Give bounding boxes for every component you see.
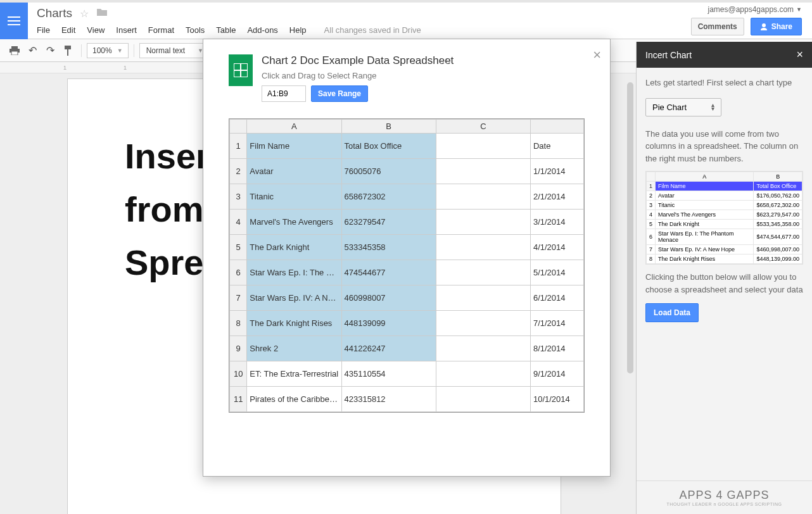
cell[interactable]: 441226247	[341, 336, 436, 361]
zoom-selector[interactable]: 100% ▼	[87, 43, 129, 58]
cell[interactable]: 76005076	[341, 159, 436, 184]
table-row[interactable]: 11Pirates of the Caribbea…42331581210/1/…	[230, 387, 584, 412]
cell[interactable]: Star Wars Ep. I: The P…	[247, 260, 341, 285]
cell[interactable]	[436, 235, 530, 260]
menu-insert[interactable]: Insert	[116, 25, 137, 35]
cell[interactable]	[436, 361, 530, 387]
cell[interactable]: Film Name	[247, 134, 341, 159]
cell[interactable]: 658672302	[341, 184, 436, 210]
redo-icon[interactable]: ↷	[42, 42, 58, 59]
col-header[interactable]	[530, 120, 583, 134]
comments-button[interactable]: Comments	[691, 18, 744, 35]
row-number[interactable]: 7	[230, 285, 247, 311]
cell[interactable]	[436, 159, 530, 184]
table-row[interactable]: 7Star Wars Ep. IV: A Ne…4609980076/1/201…	[230, 285, 584, 311]
save-range-button[interactable]: Save Range	[311, 85, 368, 102]
cell[interactable]: 533345358	[341, 235, 436, 260]
style-selector[interactable]: Normal text ▼	[139, 43, 210, 58]
paint-format-icon[interactable]	[60, 42, 76, 59]
table-row[interactable]: 6Star Wars Ep. I: The P…4745446775/1/201…	[230, 260, 584, 285]
docs-logo[interactable]	[0, 3, 28, 39]
table-row[interactable]: 1Film NameTotal Box OfficeDate	[230, 134, 584, 159]
menu-tools[interactable]: Tools	[186, 25, 205, 35]
table-row[interactable]: 5The Dark Knight5333453584/1/2014	[230, 235, 584, 260]
cell[interactable]: 435110554	[341, 361, 436, 387]
undo-icon[interactable]: ↶	[24, 42, 41, 59]
cell[interactable]: 423315812	[341, 387, 436, 412]
cell[interactable]: ET: The Extra-Terrestrial	[247, 361, 341, 387]
cell[interactable]: 8/1/2014	[530, 336, 583, 361]
table-row[interactable]: 10ET: The Extra-Terrestrial4351105549/1/…	[230, 361, 584, 387]
cell[interactable]	[436, 210, 530, 235]
menu-view[interactable]: View	[87, 25, 105, 35]
cell[interactable]: 460998007	[341, 285, 436, 311]
table-row[interactable]: 4Marvel's The Avengers6232795473/1/2014	[230, 210, 584, 235]
col-header[interactable]: B	[341, 120, 436, 134]
range-input[interactable]	[262, 85, 306, 102]
cell[interactable]: 5/1/2014	[530, 260, 583, 285]
menu-help[interactable]: Help	[289, 25, 307, 35]
table-row[interactable]: 8The Dark Knight Rises4481390997/1/2014	[230, 311, 584, 336]
cell[interactable]	[436, 184, 530, 210]
row-number[interactable]: 11	[230, 387, 247, 412]
row-number[interactable]: 6	[230, 260, 247, 285]
cell[interactable]: 623279547	[341, 210, 436, 235]
col-header[interactable]: C	[436, 120, 530, 134]
cell[interactable]: 6/1/2014	[530, 285, 583, 311]
account-email[interactable]: james@apps4gapps.com	[707, 5, 794, 14]
table-row[interactable]: 9Shrek 24412262478/1/2014	[230, 336, 584, 361]
cell[interactable]	[436, 311, 530, 336]
row-number[interactable]: 5	[230, 235, 247, 260]
cell[interactable]: Avatar	[247, 159, 341, 184]
cell[interactable]	[436, 285, 530, 311]
load-data-button[interactable]: Load Data	[645, 303, 699, 322]
cell[interactable]	[436, 336, 530, 361]
cell[interactable]: The Dark Knight Rises	[247, 311, 341, 336]
cell[interactable]: 2/1/2014	[530, 184, 583, 210]
document-title[interactable]: Charts	[37, 6, 72, 20]
row-number[interactable]: 10	[230, 361, 247, 387]
close-icon[interactable]: ×	[796, 48, 803, 61]
cell[interactable]: 9/1/2014	[530, 361, 583, 387]
star-icon[interactable]: ☆	[80, 8, 89, 20]
cell[interactable]: 10/1/2014	[530, 387, 583, 412]
account-dropdown-icon[interactable]: ▼	[796, 6, 802, 13]
cell[interactable]: 474544677	[341, 260, 436, 285]
cell[interactable]: Marvel's The Avengers	[247, 210, 341, 235]
cell[interactable]: Shrek 2	[247, 336, 341, 361]
cell[interactable]: Total Box Office	[341, 134, 436, 159]
table-row[interactable]: 2Avatar760050761/1/2014	[230, 159, 584, 184]
cell[interactable]: 1/1/2014	[530, 159, 583, 184]
row-number[interactable]: 1	[230, 134, 247, 159]
cell[interactable]: The Dark Knight	[247, 235, 341, 260]
menu-addons[interactable]: Add-ons	[247, 25, 277, 35]
menu-format[interactable]: Format	[148, 25, 174, 35]
cell[interactable]: Star Wars Ep. IV: A Ne…	[247, 285, 341, 311]
table-row[interactable]: 3Titanic6586723022/1/2014	[230, 184, 584, 210]
folder-icon[interactable]	[96, 8, 108, 20]
row-number[interactable]: 3	[230, 184, 247, 210]
cell[interactable]: 3/1/2014	[530, 210, 583, 235]
row-number[interactable]: 4	[230, 210, 247, 235]
cell[interactable]: Date	[530, 134, 583, 159]
row-number[interactable]: 9	[230, 336, 247, 361]
spreadsheet-grid[interactable]: A B C 1Film NameTotal Box OfficeDate2Ava…	[229, 118, 585, 413]
cell[interactable]: 448139099	[341, 311, 436, 336]
close-icon[interactable]: ×	[593, 47, 601, 63]
scrollbar-thumb[interactable]	[627, 82, 633, 373]
chart-type-select[interactable]: Pie Chart ▴▾	[645, 98, 721, 116]
row-number[interactable]: 8	[230, 311, 247, 336]
cell[interactable]	[436, 260, 530, 285]
share-button[interactable]: Share	[751, 18, 802, 35]
menu-edit[interactable]: Edit	[61, 25, 75, 35]
print-icon[interactable]	[6, 42, 23, 59]
cell[interactable]: 7/1/2014	[530, 311, 583, 336]
cell[interactable]: 4/1/2014	[530, 235, 583, 260]
cell[interactable]	[436, 134, 530, 159]
col-header[interactable]: A	[247, 120, 341, 134]
row-number[interactable]: 2	[230, 159, 247, 184]
menu-file[interactable]: File	[37, 25, 50, 35]
cell[interactable]: Pirates of the Caribbea…	[247, 387, 341, 412]
cell[interactable]: Titanic	[247, 184, 341, 210]
cell[interactable]	[436, 387, 530, 412]
